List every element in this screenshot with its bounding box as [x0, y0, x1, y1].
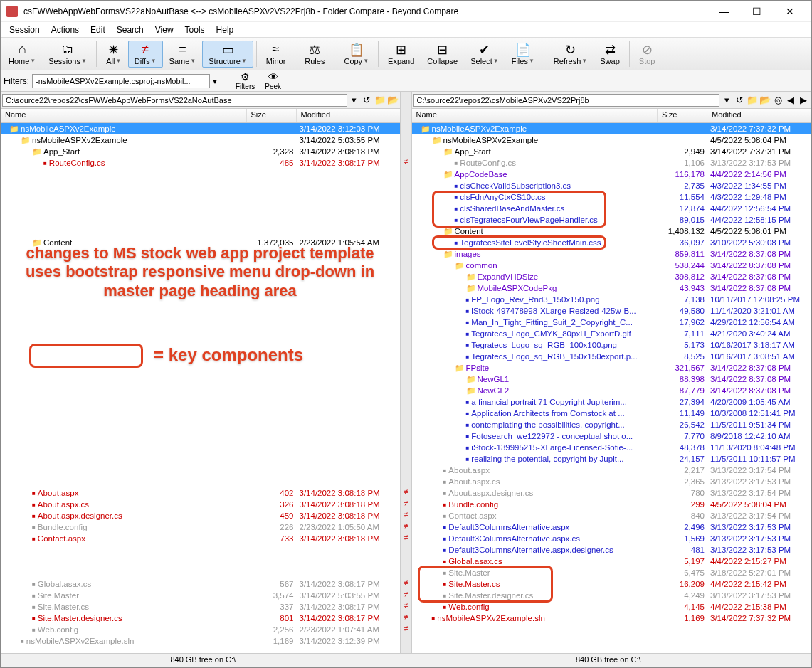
file-row[interactable]: ■iStock-139995215-XLarge-Licensed-Sofie-… — [412, 442, 811, 453]
file-row[interactable]: ■Fotosearch_we122972 - conceptual shot o… — [412, 430, 811, 442]
col-size[interactable]: Size — [658, 109, 707, 122]
folder-row[interactable]: 📁ExpandVHDSize398,8123/14/2022 8:37:08 P… — [412, 271, 811, 282]
menu-actions[interactable]: Actions — [46, 23, 85, 36]
toolbar-files-button[interactable]: 📄Files▼ — [505, 41, 541, 68]
file-row[interactable]: ■nsMobileASPXv2Example.sln1,1693/14/2022… — [1, 635, 400, 647]
toolbar-swap-button[interactable]: ⇄Swap — [594, 41, 626, 68]
file-row[interactable] — [1, 465, 400, 476]
file-row[interactable]: ■About.aspx.designer.cs7803/13/2022 3:17… — [412, 487, 811, 499]
dropdown-icon[interactable]: ▾ — [349, 95, 360, 106]
toolbar-refresh-button[interactable]: ↻Refresh▼ — [547, 41, 594, 68]
file-row[interactable]: ■RouteConfig.cs4853/14/2022 3:08:17 PM — [1, 157, 400, 169]
file-row[interactable]: ■Tegratecs_Logo_CMYK_80pxH_ExportD.gif7,… — [412, 328, 811, 339]
file-row[interactable]: ■Bundle.config2262/23/2022 1:05:50 AM — [1, 521, 400, 533]
file-row[interactable]: ■Bundle.config2994/5/2022 5:08:04 PM — [412, 499, 811, 510]
folder-row[interactable]: 📁AppCodeBase116,1784/4/2022 2:14:56 PM — [412, 169, 811, 180]
file-row[interactable]: ■clsSharedBaseAndMaster.cs12,8744/4/2022… — [412, 203, 811, 214]
file-row[interactable]: ■clsTegratecsFourViewPageHandler.cs89,01… — [412, 214, 811, 226]
file-row[interactable] — [1, 317, 400, 328]
file-row[interactable] — [1, 260, 400, 271]
toolbar-diffs-button[interactable]: ≠Diffs▼ — [128, 41, 163, 68]
right-file-list[interactable]: 📁nsMobileASPXv2Example3/14/2022 7:37:32 … — [412, 123, 811, 653]
browse-icon[interactable]: 📁 — [374, 95, 386, 106]
file-row[interactable] — [1, 214, 400, 226]
history-icon[interactable]: ↺ — [734, 95, 745, 106]
file-row[interactable] — [1, 191, 400, 203]
file-row[interactable] — [1, 226, 400, 237]
file-row[interactable]: ■Global.asax.cs5,1974/4/2022 2:15:27 PM — [412, 556, 811, 567]
nav-fwd-icon[interactable]: ▶ — [798, 95, 809, 106]
file-row[interactable] — [1, 305, 400, 317]
history-icon[interactable]: ↺ — [362, 95, 373, 106]
file-row[interactable] — [1, 567, 400, 578]
left-file-list[interactable]: changes to MS stock web app project temp… — [1, 123, 400, 653]
up-icon[interactable]: 📂 — [387, 95, 399, 106]
folder-row[interactable]: 📁nsMobileASPXv2Example4/5/2022 5:08:04 P… — [412, 134, 811, 146]
folder-row[interactable]: 📁common538,2443/14/2022 8:37:08 PM — [412, 260, 811, 271]
file-row[interactable] — [1, 453, 400, 465]
folder-row[interactable]: 📁NewGL287,7793/14/2022 8:37:08 PM — [412, 385, 811, 396]
maximize-button[interactable]: ☐ — [741, 1, 773, 21]
toolbar-minor-button[interactable]: ≈Minor — [260, 41, 292, 68]
folder-row[interactable]: 📁App_Start2,9493/14/2022 7:37:31 PM — [412, 146, 811, 157]
file-row[interactable]: ■clsCheckValidSubscription3.cs2,7354/3/2… — [412, 180, 811, 191]
file-row[interactable]: ■Default3ColumnsAlternative.aspx.designe… — [412, 544, 811, 556]
peek-button[interactable]: 👁Peek — [260, 71, 285, 90]
toolbar-structure-button[interactable]: ▭Structure▼ — [202, 41, 253, 68]
file-row[interactable] — [1, 282, 400, 294]
file-row[interactable]: ■Tegratecs_Logo_sq_RGB_100x100.png5,1731… — [412, 339, 811, 351]
toolbar-sessions-button[interactable]: 🗂Sessions▼ — [42, 41, 93, 68]
file-row[interactable] — [1, 339, 400, 351]
file-row[interactable]: ■clsFdnAnyCtxCS10c.cs11,5544/3/2022 1:29… — [412, 191, 811, 203]
file-row[interactable] — [1, 351, 400, 362]
menu-help[interactable]: Help — [211, 23, 240, 36]
close-button[interactable]: ✕ — [774, 1, 806, 21]
file-row[interactable]: ■Site.Master3,5743/14/2022 5:03:55 PM — [1, 590, 400, 601]
menu-edit[interactable]: Edit — [85, 23, 111, 36]
menu-view[interactable]: View — [149, 23, 179, 36]
file-row[interactable]: ■Web.config4,1454/4/2022 2:15:38 PM — [412, 601, 811, 613]
file-row[interactable] — [1, 328, 400, 339]
filters-button[interactable]: ⚙Filters — [231, 71, 259, 90]
folder-row[interactable]: 📁Content1,408,1324/5/2022 5:08:01 PM — [412, 226, 811, 237]
file-row[interactable] — [1, 385, 400, 396]
file-row[interactable] — [1, 294, 400, 305]
col-modified[interactable]: Modified — [297, 109, 400, 122]
file-row[interactable]: ■Site.Master.cs3373/14/2022 3:08:17 PM — [1, 601, 400, 613]
file-row[interactable] — [1, 271, 400, 282]
file-row[interactable]: ■About.aspx2,2173/13/2022 3:17:54 PM — [412, 465, 811, 476]
filters-input[interactable] — [32, 74, 210, 88]
file-row[interactable]: ■contemplating the possibilities, copyri… — [412, 419, 811, 430]
file-row[interactable]: ■Default3ColumnsAlternative.aspx.cs1,569… — [412, 533, 811, 544]
folder-row[interactable]: 📁NewGL188,3983/14/2022 8:37:08 PM — [412, 373, 811, 385]
dropdown-icon[interactable]: ▾ — [721, 95, 732, 106]
file-row[interactable]: ■About.aspx.cs3263/14/2022 3:08:18 PM — [1, 499, 400, 510]
minimize-button[interactable]: — — [708, 1, 740, 21]
file-row[interactable]: ■Site.Master6,4753/18/2022 5:27:01 PM — [412, 567, 811, 578]
right-path-input[interactable] — [413, 94, 720, 107]
file-row[interactable]: ■Web.config2,2562/23/2022 1:07:41 AM — [1, 624, 400, 635]
toolbar-same-button[interactable]: =Same▼ — [163, 41, 203, 68]
up-icon[interactable]: 📂 — [759, 95, 771, 106]
file-row[interactable] — [1, 556, 400, 567]
folder-row[interactable]: 📁Content1,372,0352/23/2022 1:05:54 AM — [1, 237, 400, 248]
toolbar-expand-button[interactable]: ⊞Expand — [381, 41, 421, 68]
folder-row[interactable]: 📁nsMobileASPXv2Example3/14/2022 7:37:32 … — [412, 123, 811, 134]
file-row[interactable]: ■a financial portrait 71 Copyright Jupit… — [412, 396, 811, 408]
toolbar-all-button[interactable]: ✷All▼ — [100, 41, 128, 68]
file-row[interactable] — [1, 248, 400, 260]
toolbar-home-button[interactable]: ⌂Home▼ — [2, 41, 42, 68]
nav-back-icon[interactable]: ◀ — [785, 95, 796, 106]
file-row[interactable]: ■Site.Master.cs16,2094/4/2022 2:15:42 PM — [412, 578, 811, 590]
file-row[interactable]: ■TegratecsSiteLevelStyleSheetMain.css36,… — [412, 237, 811, 248]
file-row[interactable] — [1, 362, 400, 373]
file-row[interactable] — [1, 544, 400, 556]
target-icon[interactable]: ◎ — [772, 95, 784, 106]
col-name[interactable]: Name — [412, 109, 658, 122]
col-size[interactable]: Size — [247, 109, 297, 122]
toolbar-collapse-button[interactable]: ⊟Collapse — [421, 41, 464, 68]
file-row[interactable]: ■About.aspx.designer.cs4593/14/2022 3:08… — [1, 510, 400, 521]
filters-dropdown-icon[interactable]: ▾ — [213, 76, 217, 86]
file-row[interactable] — [1, 408, 400, 419]
left-path-input[interactable] — [2, 94, 347, 107]
